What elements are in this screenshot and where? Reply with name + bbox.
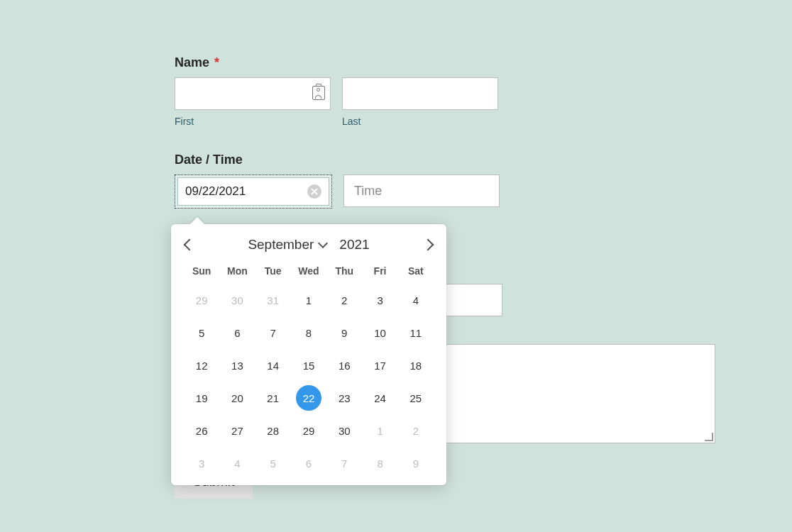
date-input[interactable]: 09/22/2021: [177, 177, 329, 206]
day-other-month[interactable]: 30: [219, 284, 255, 316]
first-name-input[interactable]: [175, 77, 331, 110]
datepicker-popup: September 2021 SunMonTueWedThuFriSat2930…: [171, 224, 446, 485]
day[interactable]: 26: [184, 414, 219, 447]
day[interactable]: 4: [398, 284, 434, 316]
required-mark: *: [214, 55, 219, 70]
day[interactable]: 14: [255, 349, 291, 382]
datepicker-year[interactable]: 2021: [339, 237, 369, 253]
day-other-month[interactable]: 3: [184, 447, 219, 480]
day[interactable]: 7: [255, 316, 291, 349]
day[interactable]: 16: [326, 349, 362, 382]
day[interactable]: 30: [326, 414, 362, 447]
day[interactable]: 11: [398, 316, 434, 349]
day[interactable]: 10: [362, 316, 397, 349]
date-time-label: Date / Time: [175, 153, 714, 167]
name-label-text: Name: [175, 55, 209, 70]
day[interactable]: 21: [255, 382, 291, 414]
day-selected[interactable]: 22: [291, 382, 326, 414]
datepicker-month[interactable]: September: [248, 237, 314, 253]
datepicker-title: September 2021: [248, 237, 369, 253]
day[interactable]: 6: [219, 316, 255, 349]
day-other-month[interactable]: 1: [362, 414, 397, 447]
day[interactable]: 5: [184, 316, 219, 349]
dow-header: Tue: [255, 261, 291, 284]
day[interactable]: 18: [398, 349, 434, 382]
first-sublabel: First: [175, 116, 331, 127]
dow-header: Sun: [184, 261, 219, 284]
day-other-month[interactable]: 5: [255, 447, 291, 480]
time-input-placeholder: Time: [354, 184, 382, 199]
last-sublabel: Last: [342, 116, 498, 127]
name-label: Name *: [175, 55, 714, 70]
datepicker-arrow: [190, 217, 204, 231]
dow-header: Wed: [291, 261, 326, 284]
day[interactable]: 3: [362, 284, 397, 316]
day[interactable]: 8: [291, 316, 326, 349]
day-other-month[interactable]: 29: [184, 284, 219, 316]
day[interactable]: 25: [398, 382, 434, 414]
clear-date-icon[interactable]: [307, 184, 321, 199]
day[interactable]: 28: [255, 414, 291, 447]
dow-header: Mon: [219, 261, 255, 284]
day[interactable]: 15: [291, 349, 326, 382]
day-other-month[interactable]: 6: [291, 447, 326, 480]
day[interactable]: 29: [291, 414, 326, 447]
date-input-value: 09/22/2021: [185, 184, 307, 199]
day[interactable]: 13: [219, 349, 255, 382]
dow-header: Thu: [326, 261, 362, 284]
day-other-month[interactable]: 9: [398, 447, 434, 480]
day[interactable]: 27: [219, 414, 255, 447]
dow-header: Sat: [398, 261, 434, 284]
contact-card-icon[interactable]: [312, 86, 325, 100]
day[interactable]: 19: [184, 382, 219, 414]
day[interactable]: 1: [291, 284, 326, 316]
day[interactable]: 20: [219, 382, 255, 414]
prev-month-icon[interactable]: [184, 239, 196, 251]
date-input-wrapper[interactable]: 09/22/2021: [175, 174, 332, 209]
day[interactable]: 17: [362, 349, 397, 382]
day[interactable]: 24: [362, 382, 397, 414]
day[interactable]: 23: [326, 382, 362, 414]
time-input[interactable]: Time: [343, 174, 500, 207]
resize-handle-icon[interactable]: [705, 433, 713, 441]
next-month-icon[interactable]: [422, 239, 434, 251]
day-other-month[interactable]: 31: [255, 284, 291, 316]
day-other-month[interactable]: 8: [362, 447, 397, 480]
month-dropdown-icon[interactable]: [318, 238, 328, 248]
day-other-month[interactable]: 4: [219, 447, 255, 480]
dow-header: Fri: [362, 261, 397, 284]
day[interactable]: 2: [326, 284, 362, 316]
day-other-month[interactable]: 7: [326, 447, 362, 480]
day[interactable]: 9: [326, 316, 362, 349]
last-name-input[interactable]: [342, 77, 498, 110]
day-other-month[interactable]: 2: [398, 414, 434, 447]
day[interactable]: 12: [184, 349, 219, 382]
